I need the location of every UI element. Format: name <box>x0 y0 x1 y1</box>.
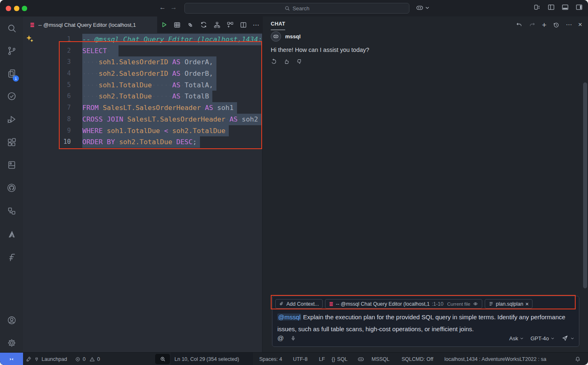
language-label: SQL <box>337 356 347 362</box>
sidebar-item-search[interactable] <box>0 19 23 37</box>
code-line[interactable]: 7FROM·SalesLT.SalesOrderHeader·AS·soh1 <box>23 102 262 114</box>
history-icon[interactable] <box>553 21 560 28</box>
new-chat-icon[interactable]: + <box>542 22 546 28</box>
code-line[interactable]: 8CROSS·JOIN·SalesLT.SalesOrderHeader·AS·… <box>23 114 262 125</box>
selection-highlight: CROSS·JOIN·SalesLT.SalesOrderHeader·AS·s… <box>82 114 261 125</box>
sidebar-item-run-debug[interactable] <box>0 110 23 128</box>
vscode-window: ← → Search <box>0 0 588 365</box>
add-context-button[interactable]: Add Context... <box>275 299 323 309</box>
search-icon <box>284 5 290 11</box>
code-line[interactable]: 1--·@mssql·Chat·Query·Editor·(localhost,… <box>23 34 262 45</box>
close-icon[interactable]: × <box>578 21 582 29</box>
editor-tab[interactable]: -- @mssql Chat Query Editor (localhost,1 <box>23 16 157 33</box>
connection-status[interactable]: localhost,1434 : AdventureWorksLT2022 : … <box>444 353 546 365</box>
sidebar-item-source-control[interactable] <box>0 42 23 60</box>
search-input[interactable]: Search <box>184 3 409 14</box>
toggle-primary-sidebar-icon[interactable] <box>547 3 555 11</box>
code-line[interactable]: 3····soh1.SalesOrderID·AS·OrderA, <box>23 56 262 68</box>
split-editor-icon[interactable] <box>239 21 247 29</box>
back-arrow-icon[interactable]: ← <box>159 4 166 11</box>
estimated-plan-icon[interactable] <box>213 21 221 29</box>
chat-prompt-text[interactable]: @mssql Explain the execution plan for th… <box>277 311 565 335</box>
code-line[interactable]: 2SELECT· <box>23 45 262 57</box>
error-count: 0 <box>83 356 86 362</box>
retry-icon[interactable] <box>270 58 277 65</box>
send-button[interactable] <box>561 335 574 342</box>
sidebar-item-object-explorer[interactable] <box>0 202 23 220</box>
chat-input-container[interactable]: Add Context... -- @mssql Chat Query Edit… <box>272 296 579 347</box>
code-editor[interactable]: 1--·@mssql·Chat·Query·Editor·(localhost,… <box>23 33 262 352</box>
sidebar-item-explorer[interactable]: 1 <box>0 64 23 82</box>
sidebar-item-notebook[interactable] <box>0 156 23 174</box>
sidebar-item-fabric[interactable] <box>0 248 23 266</box>
thumbs-down-icon[interactable] <box>296 58 303 65</box>
zoom-status-item[interactable] <box>155 354 170 364</box>
results-grid-icon[interactable] <box>173 21 181 29</box>
sidebar-item-azure[interactable] <box>0 225 23 243</box>
sidebar-item-accounts[interactable] <box>0 311 23 329</box>
sidebar-item-task-check[interactable] <box>0 87 23 105</box>
line-number: 8 <box>23 114 71 125</box>
copilot-status-item[interactable] <box>357 353 365 365</box>
forward-arrow-icon[interactable]: → <box>170 4 177 11</box>
context-chip-current-file[interactable]: -- @mssql Chat Query Editor (localhost,1… <box>325 299 482 309</box>
mssql-mention[interactable]: @mssql <box>277 314 301 321</box>
context-chip-sqlplan[interactable]: plan.sqlplan × <box>485 299 532 309</box>
context-chip-note: Current file <box>447 302 470 307</box>
mention-at-icon[interactable]: @ <box>277 335 284 342</box>
code-line[interactable]: 6····soh2.TotalDue·····AS·TotalB <box>23 91 262 102</box>
mssql-avatar <box>271 31 281 42</box>
account-icon <box>7 315 17 325</box>
notifications-bell[interactable] <box>574 353 581 365</box>
change-connection-icon[interactable] <box>200 21 208 29</box>
problems-status-item[interactable]: 0 0 <box>75 353 100 365</box>
mssql-status[interactable]: MSSQL <box>372 353 390 365</box>
language-status[interactable]: {} SQL <box>332 353 347 365</box>
chat-author: mssql <box>285 33 301 40</box>
eol-status[interactable]: LF <box>319 353 325 365</box>
fabric-f-icon <box>7 252 17 262</box>
more-actions-icon[interactable]: ⋯ <box>253 21 260 29</box>
mode-picker[interactable]: Ask <box>509 335 524 342</box>
code-line[interactable]: 10ORDER·BY·soh2.TotalDue·DESC; <box>23 136 262 148</box>
minimize-window-button[interactable] <box>14 6 19 11</box>
undo-icon[interactable] <box>516 21 523 28</box>
code-line[interactable]: 5····soh1.TotalDue·····AS·TotalA, <box>23 80 262 91</box>
code-line[interactable]: 9WHERE·soh1.TotalDue·<·soh2.TotalDue <box>23 125 262 137</box>
indentation-status[interactable]: Spaces: 4 <box>259 353 282 365</box>
sqlcmd-status[interactable]: SQLCMD: Off <box>402 353 433 365</box>
explorer-badge: 1 <box>13 75 19 82</box>
thumbs-up-icon[interactable] <box>283 58 290 65</box>
sidebar-item-extensions[interactable] <box>0 133 23 151</box>
more-icon[interactable]: ⋯ <box>566 21 572 28</box>
copilot-menu-button[interactable] <box>416 4 429 12</box>
code-lines: 1--·@mssql·Chat·Query·Editor·(localhost,… <box>23 34 262 148</box>
close-window-button[interactable] <box>6 6 11 11</box>
customize-layout-icon[interactable] <box>533 3 541 11</box>
toggle-secondary-sidebar-icon[interactable] <box>575 3 583 11</box>
azure-icon <box>7 229 17 239</box>
model-picker[interactable]: GPT-4o <box>530 335 554 342</box>
sidebar-item-github[interactable] <box>0 179 23 197</box>
microphone-icon[interactable] <box>290 335 296 342</box>
chat-scrollbar[interactable] <box>583 82 587 288</box>
remote-indicator[interactable] <box>0 353 23 365</box>
sidebar-item-settings[interactable] <box>0 334 23 352</box>
code-line[interactable]: 4····soh2.SalesOrderID·AS·OrderB, <box>23 68 262 80</box>
line-number: 6 <box>23 91 71 102</box>
run-query-icon[interactable] <box>160 21 168 29</box>
toggle-panel-icon[interactable] <box>561 3 569 11</box>
disconnect-icon[interactable] <box>186 21 194 29</box>
paperclip-icon <box>279 301 284 307</box>
tab-chat[interactable]: CHAT <box>271 21 285 30</box>
editor-toolbar: ⋯ <box>160 16 260 33</box>
launchpad-status-item[interactable]: Launchpad <box>26 353 67 365</box>
redo-icon[interactable] <box>529 21 536 28</box>
eye-icon[interactable] <box>472 301 479 307</box>
sqlcmd-mode-icon[interactable] <box>226 21 234 29</box>
chevron-down-icon <box>425 7 429 9</box>
maximize-window-button[interactable] <box>22 6 27 11</box>
cursor-position-status[interactable]: Ln 10, Col 29 (354 selected) <box>174 353 239 365</box>
encoding-status[interactable]: UTF-8 <box>293 353 307 365</box>
close-icon[interactable]: × <box>525 301 529 307</box>
